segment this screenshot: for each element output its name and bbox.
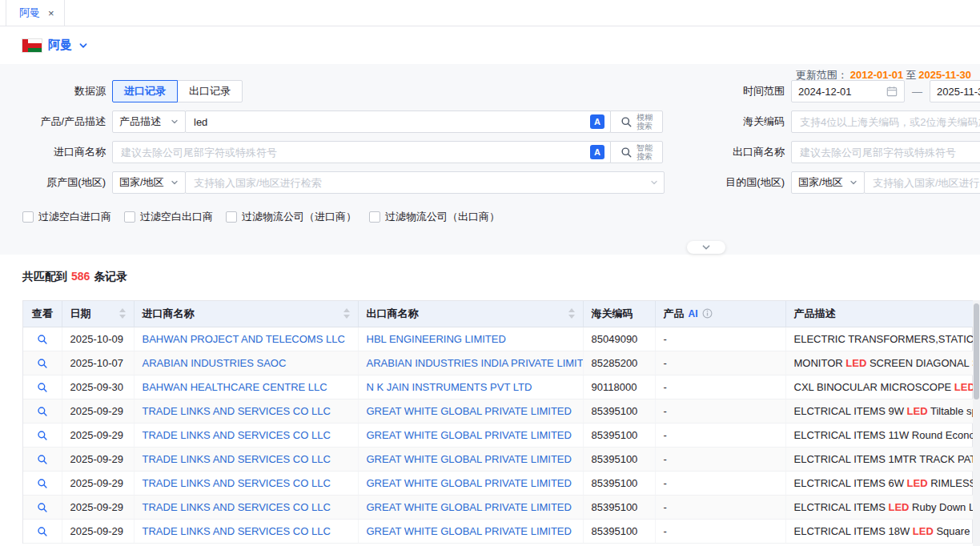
importer-link[interactable]: TRADE LINKS AND SERVICES CO LLC <box>143 453 331 465</box>
hs-code-cell: 90118000 <box>583 375 655 399</box>
importer-link[interactable]: TRADE LINKS AND SERVICES CO LLC <box>143 525 331 537</box>
table-row: 2025-09-29TRADE LINKS AND SERVICES CO LL… <box>23 423 974 447</box>
exporter-label: 出口商名称 <box>682 145 791 159</box>
filter-checkbox[interactable]: 过滤空白出口商 <box>124 210 213 224</box>
tab-export-records[interactable]: 出口记录 <box>177 80 243 102</box>
exporter-link[interactable]: HBL ENGINEERING LIMITED <box>367 333 506 345</box>
destination-country-input[interactable] <box>873 177 980 189</box>
keyword-highlight: LED <box>907 477 928 489</box>
hs-code-cell: 85049090 <box>583 327 655 351</box>
view-icon[interactable] <box>37 334 48 345</box>
destination-input-box <box>864 171 980 194</box>
importer-link[interactable]: TRADE LINKS AND SERVICES CO LLC <box>143 405 331 417</box>
importer-input[interactable] <box>121 147 585 159</box>
exporter-link[interactable]: GREAT WHITE GLOBAL PRIVATE LIMITED <box>367 501 572 513</box>
filter-checkbox[interactable]: 过滤物流公司（出口商） <box>369 210 500 224</box>
date-cell: 2025-09-29 <box>62 399 134 423</box>
exporter-input[interactable] <box>800 147 980 159</box>
col-header-date[interactable]: 日期 <box>62 301 134 327</box>
tab-close-icon[interactable]: × <box>48 8 54 18</box>
col-header-exporter[interactable]: 出口商名称 <box>358 301 583 327</box>
product-field-select[interactable]: 产品描述 <box>112 110 186 133</box>
table-row: 2025-10-09BAHWAN PROJECT AND TELECOMS LL… <box>23 327 974 351</box>
hs-code-cell: 85395100 <box>583 399 655 423</box>
chevron-down-icon <box>171 118 179 126</box>
view-icon[interactable] <box>37 406 48 417</box>
exporter-link[interactable]: GREAT WHITE GLOBAL PRIVATE LIMITED <box>367 429 572 441</box>
info-icon[interactable] <box>702 308 713 319</box>
keyword-highlight: LED <box>913 525 934 537</box>
tab-oman[interactable]: 阿曼 × <box>6 0 65 26</box>
hs-code-input[interactable] <box>800 116 980 128</box>
view-icon[interactable] <box>37 454 48 465</box>
checkbox-icon[interactable] <box>226 211 237 223</box>
view-icon[interactable] <box>37 358 48 369</box>
view-icon[interactable] <box>37 430 48 441</box>
checkbox-icon[interactable] <box>124 211 135 223</box>
hs-code-input-box <box>791 110 980 133</box>
importer-link[interactable]: BAHWAN HEALTHCARE CENTRE LLC <box>143 381 327 393</box>
date-end-input[interactable]: 2025-11-30 <box>930 80 980 102</box>
exporter-link[interactable]: ARABIAN INDUSTRIES INDIA PRIVATE LIMIT..… <box>367 357 584 369</box>
view-icon[interactable] <box>37 478 48 489</box>
exporter-link[interactable]: GREAT WHITE GLOBAL PRIVATE LIMITED <box>367 525 572 537</box>
sort-icons[interactable] <box>113 308 126 319</box>
table-scrollbar[interactable] <box>973 300 980 546</box>
desc-cell: ELCTRICAL ITEMS 6W LED RIMLESS ... <box>785 471 974 495</box>
exporter-link[interactable]: GREAT WHITE GLOBAL PRIVATE LIMITED <box>367 477 572 489</box>
collapse-panel-button[interactable] <box>687 241 725 254</box>
view-icon[interactable] <box>37 382 48 393</box>
exporter-link[interactable]: GREAT WHITE GLOBAL PRIVATE LIMITED <box>367 405 572 417</box>
view-icon[interactable] <box>37 502 48 513</box>
checkbox-icon[interactable] <box>22 211 34 223</box>
table-row: 2025-09-29TRADE LINKS AND SERVICES CO LL… <box>23 447 974 471</box>
exporter-link[interactable]: GREAT WHITE GLOBAL PRIVATE LIMITED <box>367 453 572 465</box>
col-header-view: 查看 <box>23 301 62 327</box>
checkbox-label: 过滤物流公司（出口商） <box>385 210 500 224</box>
exporter-link[interactable]: N K JAIN INSTRUMENTS PVT LTD <box>367 381 532 393</box>
view-icon[interactable] <box>37 526 48 537</box>
importer-link[interactable]: ARABIAN INDUSTRIES SAOC <box>143 357 287 369</box>
table-row: 2025-09-30BAHWAN HEALTHCARE CENTRE LLCN … <box>23 375 974 399</box>
col-header-label: 产品 <box>664 307 685 321</box>
country-chevron-down-icon[interactable] <box>78 41 88 50</box>
datasource-tabs: 进口记录 出口记录 <box>112 80 243 102</box>
scrollbar-thumb[interactable] <box>974 303 979 399</box>
update-range-end: 2025-11-30 <box>918 69 971 81</box>
fuzzy-search-button[interactable]: 模糊搜索 <box>610 110 663 133</box>
importer-cell: TRADE LINKS AND SERVICES CO LLC <box>134 423 358 447</box>
origin-type-select[interactable]: 国家/地区 <box>112 171 186 194</box>
view-cell <box>23 399 62 423</box>
hs-code-label: 海关编码 <box>682 114 791 129</box>
filter-checkbox[interactable]: 过滤物流公司（进口商） <box>226 210 356 224</box>
desc-cell: ELCTRICAL ITEMS 1MTR TRACK PATT... <box>785 447 974 471</box>
importer-link[interactable]: TRADE LINKS AND SERVICES CO LLC <box>143 477 331 489</box>
importer-link[interactable]: TRADE LINKS AND SERVICES CO LLC <box>143 501 331 513</box>
tab-import-records[interactable]: 进口记录 <box>112 80 178 102</box>
product-cell: - <box>655 351 785 375</box>
sort-icons[interactable] <box>562 308 575 319</box>
view-cell <box>23 423 62 447</box>
hs-code-cell: 85395100 <box>583 447 655 471</box>
chevron-down-icon <box>701 243 711 252</box>
country-name[interactable]: 阿曼 <box>48 38 72 53</box>
exporter-cell: GREAT WHITE GLOBAL PRIVATE LIMITED <box>358 423 583 447</box>
translate-icon[interactable]: A <box>590 145 604 159</box>
origin-country-input[interactable] <box>194 177 645 189</box>
view-cell <box>23 519 62 543</box>
filter-checkbox[interactable]: 过滤空白进口商 <box>22 210 111 224</box>
importer-cell: TRADE LINKS AND SERVICES CO LLC <box>134 495 358 519</box>
date-start-input[interactable]: 2024-12-01 <box>791 80 905 102</box>
importer-cell: TRADE LINKS AND SERVICES CO LLC <box>134 519 358 543</box>
destination-type-select[interactable]: 国家/地区 <box>791 171 865 194</box>
smart-search-button[interactable]: 智能搜索 <box>610 141 663 163</box>
col-header-importer[interactable]: 进口商名称 <box>134 301 358 327</box>
hs-code-cell: 85395100 <box>583 471 655 495</box>
translate-icon[interactable]: A <box>590 114 604 129</box>
exporter-cell: GREAT WHITE GLOBAL PRIVATE LIMITED <box>358 447 583 471</box>
importer-link[interactable]: TRADE LINKS AND SERVICES CO LLC <box>143 429 331 441</box>
product-input[interactable] <box>194 116 585 128</box>
checkbox-icon[interactable] <box>369 211 380 223</box>
sort-icons[interactable] <box>337 308 350 319</box>
importer-link[interactable]: BAHWAN PROJECT AND TELECOMS LLC <box>143 333 345 345</box>
